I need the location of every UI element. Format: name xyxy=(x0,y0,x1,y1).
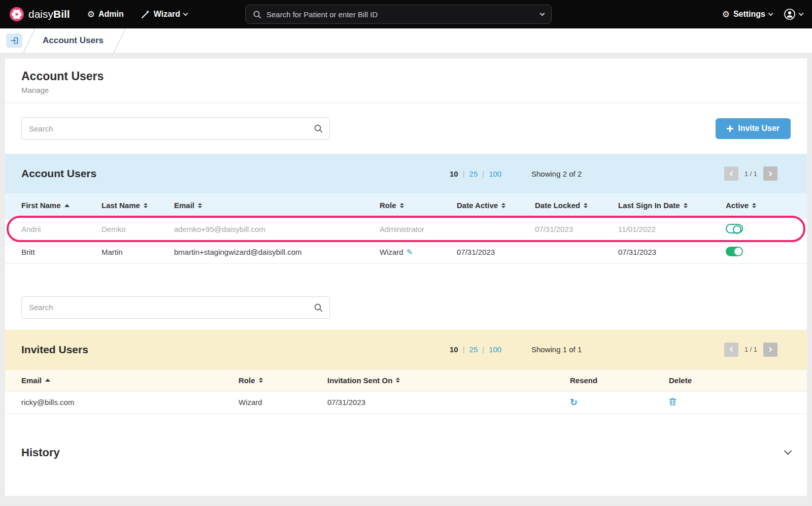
per-page-10[interactable]: 10 xyxy=(450,170,458,178)
cell-last-sign-in: 11/01/2022 xyxy=(618,218,726,241)
active-toggle[interactable] xyxy=(726,224,743,233)
per-page-separator: | xyxy=(463,345,465,354)
per-page-25[interactable]: 25 xyxy=(469,345,478,354)
nav-settings-label: Settings xyxy=(733,10,765,19)
col-email[interactable]: Email xyxy=(174,193,380,218)
per-page-10[interactable]: 10 xyxy=(450,345,458,354)
gear-icon: ⚙ xyxy=(722,10,730,19)
account-users-section-title: Account Users xyxy=(21,167,96,180)
per-page-100[interactable]: 100 xyxy=(489,345,501,354)
global-search-bar[interactable] xyxy=(245,5,552,24)
chevron-right-icon xyxy=(767,171,772,176)
sort-icon xyxy=(400,203,404,208)
next-page-button[interactable] xyxy=(763,343,777,357)
table-header-row: First Name Last Name Email Role Date Act… xyxy=(5,193,807,218)
col-invitation-sent-on[interactable]: Invitation Sent On xyxy=(327,369,570,391)
sidebar-toggle-button[interactable] xyxy=(6,33,22,48)
account-users-table: First Name Last Name Email Role Date Act… xyxy=(5,193,807,264)
prev-page-button[interactable] xyxy=(724,343,738,357)
nav-settings[interactable]: ⚙ Settings xyxy=(722,10,772,19)
active-toggle[interactable] xyxy=(726,247,743,256)
sort-icon xyxy=(684,203,688,208)
chevron-down-icon xyxy=(183,11,188,16)
account-menu[interactable] xyxy=(784,8,803,20)
page-indicator: 1 / 1 xyxy=(745,346,757,353)
next-page-button[interactable] xyxy=(763,166,777,181)
account-users-toolbar: Invite User xyxy=(5,103,807,154)
showing-count: Showing 1 of 1 xyxy=(531,345,582,354)
col-resend: Resend xyxy=(570,369,669,391)
sort-icon xyxy=(198,203,202,208)
chevron-down-icon xyxy=(799,11,804,16)
search-icon xyxy=(314,124,323,133)
col-email[interactable]: Email xyxy=(5,369,239,391)
chevron-down-icon xyxy=(784,447,792,455)
page-header: Account Users Manage xyxy=(5,58,807,103)
gear-icon: ⚙ xyxy=(87,10,95,19)
table-row[interactable]: ricky@bills.com Wizard 07/31/2023 ↻ xyxy=(5,391,807,414)
invite-user-label: Invite User xyxy=(738,124,780,133)
prev-page-button[interactable] xyxy=(724,166,738,181)
invited-users-search-input[interactable] xyxy=(21,296,330,319)
invited-users-search xyxy=(21,296,330,319)
user-avatar-icon xyxy=(784,8,796,20)
sort-icon xyxy=(752,203,756,208)
invited-users-table: Email Role Invitation Sent On Resend Del… xyxy=(5,369,807,414)
per-page-selector: 10 | 25 | 100 xyxy=(450,170,501,178)
cell-first-name: Britt xyxy=(5,241,101,263)
sort-asc-icon xyxy=(64,204,70,207)
account-users-section-header: Account Users 10 | 25 | 100 Showing 2 of… xyxy=(5,154,807,193)
delete-trash-icon[interactable] xyxy=(669,397,676,406)
cell-role: Wizard✎ xyxy=(380,241,457,263)
cell-last-name: Demko xyxy=(101,218,174,241)
col-date-active[interactable]: Date Active xyxy=(457,193,535,218)
page-subtitle: Manage xyxy=(21,86,791,94)
invite-user-button[interactable]: Invite User xyxy=(716,118,791,139)
cell-email: bmartin+stagingwizard@daisybill.com xyxy=(174,241,380,263)
col-active[interactable]: Active xyxy=(726,193,807,218)
cell-active xyxy=(726,218,807,241)
sort-icon xyxy=(501,203,505,208)
col-role[interactable]: Role xyxy=(239,369,327,391)
cell-date-locked xyxy=(535,241,618,263)
cell-date-active: 07/31/2023 xyxy=(457,241,535,263)
col-date-locked[interactable]: Date Locked xyxy=(535,193,618,218)
search-dropdown-chevron-icon[interactable] xyxy=(540,11,545,16)
cell-role: Wizard xyxy=(239,391,327,414)
daisybill-logo[interactable]: daisyBill xyxy=(9,7,70,22)
sort-icon xyxy=(259,378,263,383)
col-first-name[interactable]: First Name xyxy=(5,193,101,218)
sort-icon xyxy=(584,203,588,208)
col-delete: Delete xyxy=(669,369,807,391)
panel-exit-icon xyxy=(10,37,18,44)
col-last-sign-in[interactable]: Last Sign In Date xyxy=(618,193,726,218)
col-last-name[interactable]: Last Name xyxy=(101,193,174,218)
invited-users-toolbar xyxy=(5,264,807,330)
edit-role-icon[interactable]: ✎ xyxy=(407,248,413,256)
col-role[interactable]: Role xyxy=(380,193,457,218)
chevron-left-icon xyxy=(729,171,734,176)
chevron-right-icon xyxy=(767,347,772,352)
history-section-toggle[interactable]: History xyxy=(5,437,807,468)
per-page-100[interactable]: 100 xyxy=(489,170,501,178)
per-page-25[interactable]: 25 xyxy=(469,170,478,178)
cell-email: ademko+95@daisybill.com xyxy=(174,218,380,241)
nav-wizard[interactable]: Wizard xyxy=(141,10,187,19)
account-users-search-input[interactable] xyxy=(21,117,330,140)
table-row[interactable]: Andrii Demko ademko+95@daisybill.com Adm… xyxy=(5,218,807,241)
resend-invitation-icon[interactable]: ↻ xyxy=(570,397,578,408)
account-users-search xyxy=(21,117,330,140)
page-indicator: 1 / 1 xyxy=(745,170,757,178)
plus-icon xyxy=(727,125,733,132)
per-page-separator: | xyxy=(482,170,484,178)
table-row[interactable]: Britt Martin bmartin+stagingwizard@daisy… xyxy=(5,241,807,263)
search-icon xyxy=(253,10,261,19)
breadcrumb-separator xyxy=(113,28,126,53)
breadcrumb-current[interactable]: Account Users xyxy=(36,36,113,46)
nav-admin[interactable]: ⚙ Admin xyxy=(87,10,124,19)
wand-icon xyxy=(141,10,150,19)
chevron-left-icon xyxy=(729,347,734,352)
search-icon xyxy=(314,303,323,312)
cell-date-active xyxy=(457,218,535,241)
global-search-input[interactable] xyxy=(266,10,535,19)
